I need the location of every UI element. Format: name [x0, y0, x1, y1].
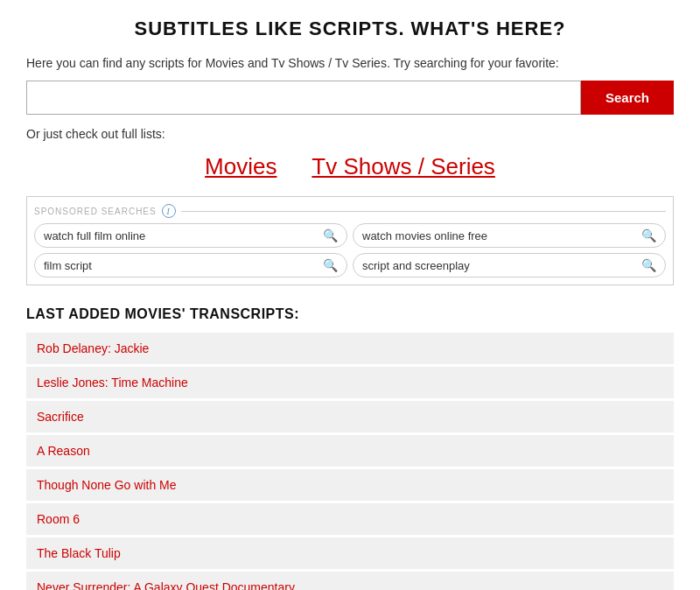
sponsored-item-text: script and screenplay [362, 259, 470, 272]
sponsored-item[interactable]: watch movies online free 🔍 [353, 223, 666, 248]
movie-link[interactable]: Though None Go with Me [26, 469, 674, 501]
list-item: Never Surrender: A Galaxy Quest Document… [26, 572, 674, 590]
movie-link[interactable]: Rob Delaney: Jackie [26, 333, 674, 364]
last-added-title: LAST ADDED MOVIES' TRANSCRIPTS: [26, 306, 674, 322]
sponsored-item[interactable]: script and screenplay 🔍 [353, 253, 666, 277]
list-item: A Reason [26, 435, 674, 467]
search-icon: 🔍 [641, 258, 656, 272]
or-check-text: Or just check out full lists: [26, 127, 674, 141]
sponsored-section: SPONSORED SEARCHES i watch full film onl… [26, 196, 674, 285]
description-text: Here you can find any scripts for Movies… [26, 56, 674, 70]
list-item: Sacrifice [26, 401, 674, 432]
search-icon: 🔍 [641, 228, 656, 242]
nav-links: Movies Tv Shows / Series [26, 153, 674, 180]
movie-link[interactable]: Sacrifice [26, 401, 674, 432]
sponsored-item-text: watch movies online free [362, 229, 487, 242]
sponsored-item[interactable]: watch full film online 🔍 [34, 223, 347, 248]
list-item: Leslie Jones: Time Machine [26, 367, 674, 398]
sponsored-grid: watch full film online 🔍 watch movies on… [34, 223, 666, 277]
search-button[interactable]: Search [581, 81, 674, 115]
list-item: The Black Tulip [26, 537, 674, 569]
sponsored-item[interactable]: film script 🔍 [34, 253, 347, 277]
search-bar: Search [26, 81, 674, 115]
movie-link[interactable]: Never Surrender: A Galaxy Quest Document… [26, 572, 674, 590]
movie-list: Rob Delaney: JackieLeslie Jones: Time Ma… [26, 333, 674, 590]
movie-link[interactable]: Leslie Jones: Time Machine [26, 367, 674, 398]
sponsored-item-text: film script [44, 259, 92, 272]
page-title: SUBTITLES LIKE SCRIPTS. WHAT'S HERE? [26, 18, 674, 40]
list-item: Room 6 [26, 503, 674, 535]
search-icon: 🔍 [323, 258, 338, 272]
sponsored-label-text: SPONSORED SEARCHES [34, 207, 157, 216]
list-item: Rob Delaney: Jackie [26, 333, 674, 364]
search-icon: 🔍 [323, 228, 338, 242]
movie-link[interactable]: A Reason [26, 435, 674, 467]
sponsored-item-text: watch full film online [44, 229, 145, 242]
list-item: Though None Go with Me [26, 469, 674, 501]
sponsored-label: SPONSORED SEARCHES i [34, 204, 666, 218]
movie-link[interactable]: Room 6 [26, 503, 674, 535]
info-icon[interactable]: i [162, 204, 176, 218]
tvshows-link[interactable]: Tv Shows / Series [312, 153, 495, 179]
movie-link[interactable]: The Black Tulip [26, 537, 674, 569]
search-input[interactable] [26, 81, 581, 115]
movies-link[interactable]: Movies [205, 153, 276, 179]
